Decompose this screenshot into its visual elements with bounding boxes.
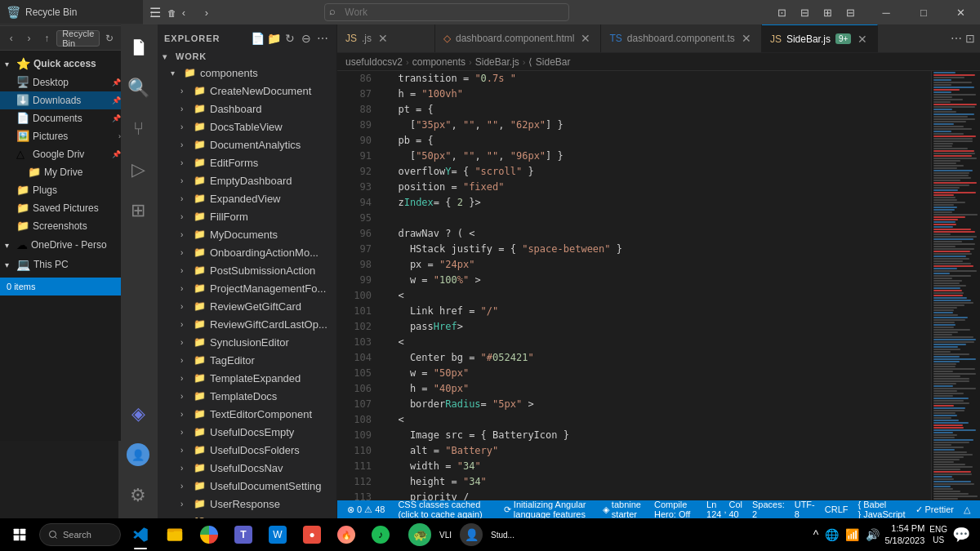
onedrive-section[interactable]: ▾ ☁ OneDrive - Perso <box>0 235 121 255</box>
this-pc-section[interactable]: ▾ 💻 This PC <box>0 255 121 274</box>
tree-item-docstableview[interactable]: › 📁 DocsTableView <box>158 118 336 136</box>
tree-item-templateexpanded[interactable]: › 📁 TemplateExpanded <box>158 369 336 387</box>
notification-button[interactable]: 💬 <box>952 526 970 544</box>
taskbar-icon-app3[interactable]: 🔥 <box>330 518 363 551</box>
tree-item-mydocuments[interactable]: › 📁 MyDocuments <box>158 225 336 243</box>
tree-item-userresponse[interactable]: › 📁 UserResponse <box>158 495 336 513</box>
close-button[interactable]: ✕ <box>942 0 980 24</box>
tree-item-onboardingaction[interactable]: › 📁 OnboardingActionMo... <box>158 243 336 261</box>
split-editor-button[interactable]: ⊡ <box>773 2 792 22</box>
statusbar-formatter[interactable]: ✓ Prettier <box>912 500 957 518</box>
minimize-button[interactable]: ─ <box>867 0 905 24</box>
taskbar-wifi-icon[interactable]: 📶 <box>845 528 859 541</box>
taskbar-avatar-green[interactable]: 🐢 <box>403 518 436 551</box>
collapse-all-button[interactable]: ⊖ <box>299 31 314 46</box>
vscode-search-input[interactable] <box>324 3 569 21</box>
components-folder[interactable]: ▾ 📁 components <box>158 64 336 82</box>
tree-item-editforms[interactable]: › 📁 EditForms <box>158 153 336 171</box>
tree-item-usefuldocsfolders[interactable]: › 📁 UsefulDocsFolders <box>158 441 336 459</box>
statusbar-language[interactable]: { } Babel JavaScript <box>854 500 908 518</box>
code-content[interactable]: transition = "0.7s " h = "100vh" pt = { … <box>378 71 931 500</box>
tree-item-usefuldocsetting[interactable]: › 📁 UsefulDocumentSetting <box>158 477 336 495</box>
tree-item-texteditor[interactable]: › 📁 TextEditorComponent <box>158 405 336 423</box>
tree-item-postsubmission[interactable]: › 📁 PostSubmissionAction <box>158 261 336 279</box>
taskbar-icon-teams[interactable]: T <box>227 518 260 551</box>
taskbar-language-region[interactable]: ENG US <box>929 524 947 545</box>
statusbar-line-ending[interactable]: CRLF <box>822 500 852 518</box>
split-editor-tab-button[interactable]: ⊡ <box>965 32 975 45</box>
statusbar-angular[interactable]: ⟳ Initializing Angular language features <box>501 500 593 518</box>
up-button[interactable]: ↑ <box>38 29 55 47</box>
tree-item-tageditor[interactable]: › 📁 TagEditor <box>158 351 336 369</box>
work-section[interactable]: ▾ WORK <box>158 49 336 64</box>
statusbar-spaces[interactable]: Spaces: 2 <box>749 500 788 518</box>
new-folder-button[interactable]: 📁 <box>266 31 281 46</box>
sidebar-item-documents[interactable]: 📄 Documents 📌 <box>0 109 121 127</box>
tab-js[interactable]: JS .js ✕ <box>337 24 435 53</box>
tree-item-expandedview[interactable]: › 📁 ExpandedView <box>158 189 336 207</box>
taskbar-icon-app2[interactable]: ● <box>296 518 328 551</box>
sidebar-item-saved-pictures[interactable]: 📁 Saved Pictures <box>0 199 121 217</box>
tree-item-reviewgiftcard[interactable]: › 📁 ReviewGetGiftCard <box>158 297 336 315</box>
statusbar-tabnine[interactable]: ◈ tabnine starter <box>599 500 644 518</box>
tab-dashboard-ts[interactable]: TS dashboard.component.ts ✕ <box>601 24 761 53</box>
tree-item-reviewgiftcardlast[interactable]: › 📁 ReviewGiftCardLastOp... <box>158 315 336 333</box>
tree-item-createnewdocumentc[interactable]: JS CreateNewDocumentC... <box>158 513 336 518</box>
customize-layout-button[interactable]: ⊟ <box>841 2 861 22</box>
tree-item-dashboard[interactable]: › 📁 Dashboard <box>158 100 336 118</box>
sidebar-item-downloads[interactable]: ⬇️ Downloads 📌 <box>0 91 121 109</box>
tab-close-dashboard-ts[interactable]: ✕ <box>740 32 753 45</box>
taskbar-search[interactable]: Search <box>39 523 121 546</box>
tab-close-js[interactable]: ✕ <box>376 32 390 45</box>
statusbar-ln-col[interactable]: Ln 124, Col 40 <box>703 500 746 518</box>
taskbar-chevron[interactable]: ^ <box>813 528 819 541</box>
forward-nav-button[interactable]: › <box>197 2 216 22</box>
tree-item-fillform[interactable]: › 📁 FillForm <box>158 207 336 225</box>
tab-sidebar-js[interactable]: JS SideBar.js 9+ ✕ <box>762 24 878 53</box>
taskbar-avatar-user[interactable]: 👤 <box>455 518 488 551</box>
settings-icon[interactable]: ⚙ <box>118 476 158 515</box>
tree-item-createnewdoc[interactable]: › 📁 CreateNewDocument <box>158 82 336 100</box>
taskbar-icon-vscode[interactable] <box>124 518 157 551</box>
toggle-panel-button[interactable]: ⊟ <box>795 2 815 22</box>
address-bar[interactable]: Recycle Bin <box>62 29 94 48</box>
tree-item-templatedocs[interactable]: › 📁 TemplateDocs <box>158 387 336 405</box>
new-file-button[interactable]: 📄 <box>250 31 265 46</box>
code-editor[interactable]: 8687888990919293949596979899100101102103… <box>337 71 980 500</box>
statusbar-encoding[interactable]: UTF-8 <box>791 500 818 518</box>
back-button[interactable]: ‹ <box>3 29 20 47</box>
tree-item-usefuldocsempty[interactable]: › 📁 UsefulDocsEmpty <box>158 423 336 441</box>
sidebar-item-pictures[interactable]: 🖼️ Pictures › <box>0 127 121 145</box>
statusbar-extra[interactable]: △ <box>960 500 973 518</box>
explorer-icon[interactable] <box>118 28 158 67</box>
taskbar-icon-chrome-green[interactable] <box>193 518 225 551</box>
statusbar-errors[interactable]: ⊗ 0 ⚠ 48 <box>344 504 388 515</box>
taskbar-icon-app4[interactable]: ♪ <box>364 518 397 551</box>
statusbar-compile-hero[interactable]: Compile Hero: Off <box>651 500 697 518</box>
vscode-search-bar[interactable] <box>324 3 569 21</box>
tree-item-emptydashboard[interactable]: › 📁 EmptyDashboard <box>158 171 336 189</box>
ethereum-icon[interactable]: ◈ <box>118 394 158 433</box>
tree-item-synclusioneditor[interactable]: › 📁 SynclusionEditor <box>158 333 336 351</box>
refresh-button[interactable]: ↻ <box>101 29 118 47</box>
tab-close-sidebar[interactable]: ✕ <box>856 33 869 46</box>
forward-button[interactable]: › <box>21 29 38 47</box>
sidebar-item-google-drive[interactable]: △ Google Driv 📌 <box>0 145 121 163</box>
tab-dashboard-html[interactable]: ◇ dashboard.component.html ✕ <box>435 24 601 53</box>
tree-item-usefuldocsnav[interactable]: › 📁 UsefulDocsNav <box>158 459 336 477</box>
avatar-icon[interactable]: 👤 <box>118 435 158 474</box>
sidebar-item-screenshots[interactable]: 📁 Screenshots <box>0 217 121 235</box>
tree-item-projectmgmt[interactable]: › 📁 ProjectManagementFo... <box>158 279 336 297</box>
quick-access-section[interactable]: ▾ ⭐ Quick access <box>0 54 121 73</box>
layout-button[interactable]: ⊞ <box>818 2 838 22</box>
minimap[interactable] <box>931 71 980 500</box>
run-debug-icon[interactable]: ▷ <box>118 150 158 189</box>
tab-close-dashboard-html[interactable]: ✕ <box>579 32 592 45</box>
sidebar-item-my-drive[interactable]: 📁 My Drive <box>0 163 121 181</box>
share-button[interactable]: ↑ <box>145 7 159 20</box>
source-control-icon[interactable]: ⑂ <box>118 109 158 149</box>
taskbar-icon-explorer[interactable] <box>158 518 191 551</box>
extensions-icon[interactable]: ⊞ <box>118 191 158 230</box>
taskbar-icon-app1[interactable]: W <box>261 518 294 551</box>
delete-button[interactable]: 🗑 <box>163 7 181 20</box>
